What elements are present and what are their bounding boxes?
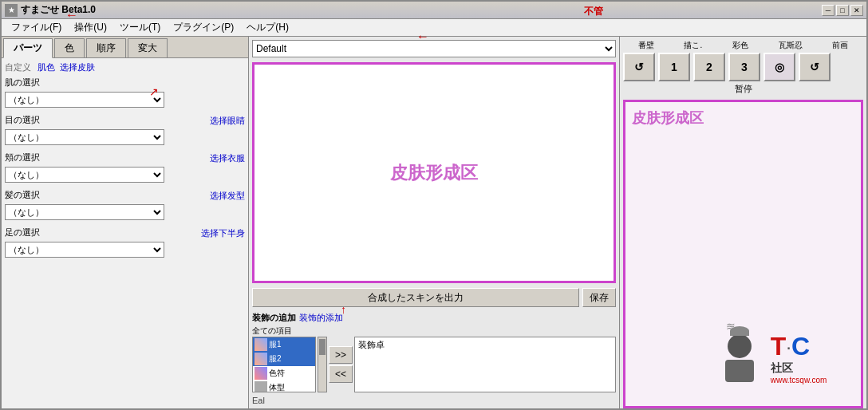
output-button[interactable]: 合成したスキンを出力	[252, 288, 579, 307]
tab-order[interactable]: 順序	[86, 38, 126, 57]
left-panel: パーツ 色 順序 変大 自定义 肌色 选择皮肤 肌の選択	[2, 37, 249, 410]
app-icon: ★	[5, 4, 18, 17]
toolbar-label-1: 描こ.	[684, 40, 702, 51]
cheek-label-row: 頬の選択 选择衣服	[5, 152, 245, 165]
deco-item-label: 服1	[269, 339, 282, 350]
preset-select[interactable]: Default	[252, 40, 616, 57]
select-hair-link[interactable]: 选择发型	[210, 190, 245, 202]
menu-help[interactable]: ヘルプ(H)	[240, 19, 295, 36]
arrow-right-button[interactable]: >>	[329, 346, 353, 364]
preset-row: Default	[252, 40, 616, 57]
output-row: 合成したスキンを出力 保存	[252, 288, 616, 307]
skin-section: 肌の選択 （なし）	[5, 77, 245, 108]
hair-label: 髪の選択	[5, 189, 40, 201]
deco-list-item[interactable]: 体型	[253, 380, 315, 392]
right-skin-text: 皮肤形成区	[632, 108, 704, 128]
cheek-label: 頬の選択	[5, 152, 40, 164]
select-cloth-link[interactable]: 选择衣服	[210, 152, 245, 164]
menu-bar: ファイル(F) 操作(U) ツール(T) プラグイン(P) ヘルプ(H)	[2, 19, 866, 37]
arrow-left-button[interactable]: <<	[329, 365, 353, 383]
btn-3[interactable]: 3	[728, 53, 760, 81]
refresh-button[interactable]: ↺	[623, 53, 655, 81]
btn-4[interactable]: ◎	[763, 53, 795, 81]
toolbar-labels: 番壁 描こ. 彩色 瓦斯忍 前画	[623, 40, 863, 51]
deco-left: 装飾の追加 装饰的添加 全ての項目 服1 服2	[252, 312, 616, 392]
hair-label-row: 髪の選択 选择发型	[5, 189, 245, 203]
deco-list-item[interactable]: 服1	[253, 337, 315, 352]
tab-parts[interactable]: パーツ	[3, 38, 53, 58]
cheek-select[interactable]: （なし）	[5, 167, 164, 183]
menu-tool[interactable]: ツール(T)	[113, 19, 167, 36]
deco-all-label: 全ての項目	[252, 325, 616, 337]
left-content: 自定义 肌色 选择皮肤 肌の選択 （なし） 目の選択	[2, 58, 248, 410]
foot-select[interactable]: （なし）	[5, 242, 164, 258]
content-area: パーツ 色 順序 変大 自定义 肌色 选择皮肤 肌の選択	[2, 37, 866, 410]
close-button[interactable]: ✕	[850, 5, 863, 16]
title-bar: ★ すまごせ Beta1.0 不管 ─ □ ✕	[2, 2, 866, 19]
foot-label-row: 足の選択 选择下半身	[5, 227, 245, 240]
deco-list-item[interactable]: 色符	[253, 366, 315, 380]
foot-section: 足の選択 选择下半身 （なし）	[5, 227, 245, 258]
deco-list-area: 服1 服2 色符 体型	[252, 337, 616, 392]
deco-arrows: >> <<	[329, 337, 353, 392]
deco-item-icon	[254, 381, 267, 392]
deco-item-label: 体型	[269, 382, 285, 392]
skin-select[interactable]: （なし）	[5, 92, 164, 108]
self-define-label: 自定义	[5, 61, 31, 73]
eye-section: 目の選択 选择眼睛 （なし）	[5, 114, 245, 145]
select-foot-link[interactable]: 选择下半身	[201, 227, 245, 239]
tc-logo: ≋ T · C 社区 www.tcsqw.com	[693, 318, 853, 398]
menu-plugin[interactable]: プラグイン(P)	[167, 19, 240, 36]
eye-label-row: 目の選択 选择眼睛	[5, 114, 245, 128]
btn-1[interactable]: 1	[658, 53, 690, 81]
deco-list-item[interactable]: 服2	[253, 352, 315, 366]
hair-select[interactable]: （なし）	[5, 204, 164, 220]
deco-item-label: 服2	[269, 353, 282, 365]
deco-header: 装飾の追加 装饰的添加	[252, 312, 616, 324]
deco-result-label: 装飾卓	[355, 337, 615, 353]
tc-sub-label: 社区	[771, 361, 827, 376]
minimize-button[interactable]: ─	[822, 5, 834, 16]
tab-bar: パーツ 色 順序 変大	[2, 37, 248, 58]
eye-select[interactable]: （なし）	[5, 129, 164, 145]
deco-all-list[interactable]: 服1 服2 色符 体型	[252, 337, 316, 392]
skin-preview-area: 皮肤形成区	[252, 62, 616, 283]
deco-item-label: 色符	[269, 368, 285, 379]
skin-label: 肌の選択	[5, 77, 40, 89]
deco-add-link[interactable]: 装饰的添加	[299, 312, 343, 324]
btn-5[interactable]: ↺	[799, 53, 831, 81]
pause-label: 暂停	[623, 83, 863, 95]
skin-label-row: 肌の選択	[5, 77, 245, 90]
select-eye-link[interactable]: 选择眼睛	[210, 115, 245, 127]
hair-section: 髪の選択 选择发型 （なし）	[5, 189, 245, 220]
right-skin-area: 皮肤形成区 ≋	[623, 100, 863, 408]
cheek-section: 頬の選択 选择衣服 （なし）	[5, 152, 245, 183]
deco-item-icon	[254, 338, 267, 351]
select-skin-link[interactable]: 选择皮肤	[60, 61, 95, 73]
toolbar-buttons: ↺ 1 2 3 ◎ ↺	[623, 53, 863, 81]
menu-operation[interactable]: 操作(U)	[68, 19, 113, 36]
not-care-annotation: 不管	[584, 5, 603, 18]
skin-color-label: 肌色	[37, 61, 55, 73]
eal-label: Eal	[252, 392, 616, 408]
window-controls: ─ □ ✕	[822, 5, 863, 16]
main-window: ★ すまごせ Beta1.0 不管 ─ □ ✕ ファイル(F) 操作(U) ツー…	[0, 0, 868, 410]
skin-preview-text: 皮肤形成区	[390, 161, 478, 185]
menu-file[interactable]: ファイル(F)	[5, 19, 68, 36]
eye-label: 目の選択	[5, 114, 40, 126]
tab-size[interactable]: 変大	[128, 38, 168, 57]
save-button[interactable]: 保存	[582, 288, 616, 307]
app-title: すまごせ Beta1.0	[21, 3, 822, 17]
tab-color[interactable]: 色	[54, 38, 85, 57]
toolbar-label-0: 番壁	[638, 40, 654, 51]
toolbar-label-3: 瓦斯忍	[779, 40, 803, 51]
middle-panel: Default 皮肤形成区 合成したスキンを出力 保存 装飾の追加 装饰的添加	[249, 37, 619, 410]
tc-text: T · C 社区 www.tcsqw.com	[771, 332, 827, 384]
maximize-button[interactable]: □	[836, 5, 849, 16]
decoration-area: 装飾の追加 装饰的添加 全ての項目 服1 服2	[252, 312, 616, 392]
btn-2[interactable]: 2	[693, 53, 725, 81]
right-toolbar: 番壁 描こ. 彩色 瓦斯忍 前画 ↺ 1 2 3 ◎ ↺ 暂停	[623, 40, 863, 95]
deco-add-title: 装飾の追加	[252, 312, 296, 324]
deco-result-list[interactable]: 装飾卓	[354, 337, 616, 392]
foot-label: 足の選択	[5, 227, 40, 239]
